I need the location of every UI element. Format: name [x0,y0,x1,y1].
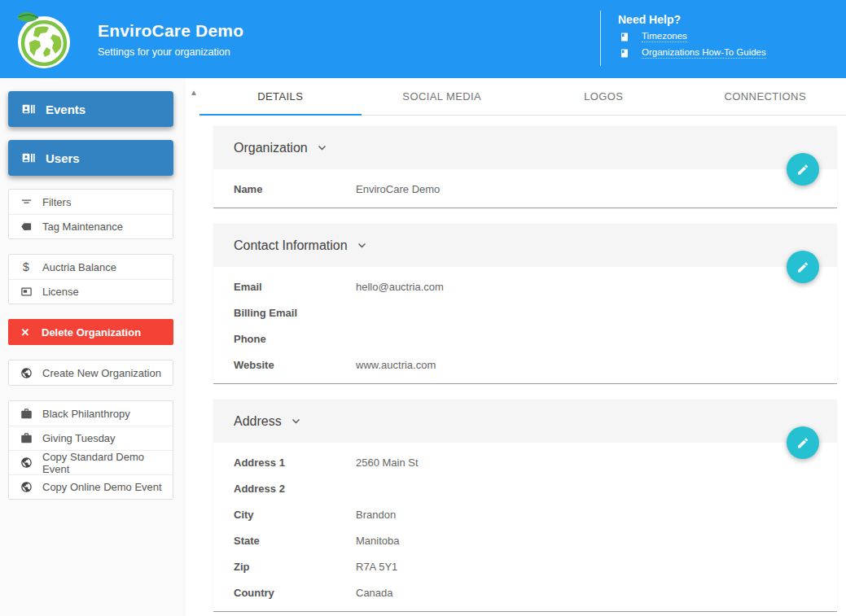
globe-icon [20,457,33,469]
briefcase-icon [20,432,33,444]
field-row: Websitewww.auctria.com [213,352,837,378]
main-content: ▲ DETAILSSOCIAL MEDIALOGOSCONNECTIONS Or… [186,78,846,616]
sidebar-item-tag-maintenance[interactable]: Tag Maintenance [9,214,173,238]
pencil-icon [796,163,809,177]
pencil-icon [796,436,809,450]
field-label: Address 1 [234,457,356,469]
help-link-timezones[interactable]: Timezones [618,31,766,42]
field-label: Name [234,183,356,195]
field-value: R7A 5Y1 [356,561,397,573]
sidebar-item-label: Auctria Balance [42,261,116,273]
field-label: Country [234,587,356,599]
app-header: EnviroCare Demo Settings for your organi… [0,0,846,78]
field-value: Manitoba [356,535,399,547]
section-body: NameEnviroCare Demo [213,169,837,208]
section-title: Organization [234,141,308,155]
field-label: State [234,535,356,547]
section-organization: OrganizationNameEnviroCare Demo [213,126,837,208]
page-title: EnviroCare Demo [98,21,243,41]
book-icon [618,48,631,59]
sidebar-button-events[interactable]: Events [8,91,173,127]
sidebar-item-label: Black Philanthropy [42,408,130,420]
sidebar-item-auctria-balance[interactable]: $Auctria Balance [9,255,173,279]
field-row: Billing Email [213,299,837,325]
field-row: Address 12560 Main St [213,449,837,475]
sidebar-item-giving-tuesday[interactable]: Giving Tuesday [9,426,173,450]
section-body: Emailhello@auctria.comBilling EmailPhone… [213,267,837,383]
sidebar-item-label: Tag Maintenance [42,221,123,233]
field-row: NameEnviroCare Demo [213,176,837,202]
sidebar-item-label: Copy Standard Demo Event [42,451,173,475]
edit-contact-information-button[interactable] [787,251,819,283]
button-label: Events [46,103,85,116]
sections-container: OrganizationNameEnviroCare DemoContact I… [213,126,837,612]
sidebar-item-label: Create New Organization [42,367,161,379]
field-row: CountryCanada [213,579,837,605]
field-value: Brandon [356,509,396,521]
help-panel: Need Help? TimezonesOrganizations How-To… [600,11,766,66]
sidebar-item-copy-standard-demo-event[interactable]: Copy Standard Demo Event [9,450,173,474]
filter-icon [20,196,33,208]
field-row: Phone [213,325,837,352]
chevron-down-icon [290,418,303,424]
contacts-card-icon [22,102,35,116]
sidebar-item-filters[interactable]: Filters [9,190,173,214]
sidebar: EventsUsers FiltersTag Maintenance $Auct… [0,78,186,616]
field-value: www.auctria.com [356,359,436,371]
field-label: Zip [234,561,356,573]
sidebar-item-copy-online-demo-event[interactable]: Copy Online Demo Event [9,474,173,499]
section-address: AddressAddress 12560 Main StAddress 2Cit… [213,400,837,612]
help-link-organizations-how-to-guides[interactable]: Organizations How-To Guides [618,47,766,59]
field-label: Phone [234,333,356,345]
sidebar-item-label: License [42,286,79,298]
section-header-organization[interactable]: Organization [213,126,837,169]
section-header-contact-information[interactable]: Contact Information [213,224,837,267]
section-body: Address 12560 Main StAddress 2CityBrando… [213,443,837,611]
button-label: Users [46,151,80,165]
field-label: City [234,509,356,521]
field-label: Billing Email [234,307,356,319]
help-title: Need Help? [618,13,766,26]
field-row: ZipR7A 5Y1 [213,553,837,579]
edit-organization-button[interactable] [787,153,819,186]
briefcase-icon [20,408,33,420]
field-row: StateManitoba [213,527,837,553]
close-icon: ✕ [19,327,32,338]
sidebar-item-license[interactable]: License [9,279,173,304]
book-icon [618,32,631,42]
help-link-label: Timezones [642,31,687,42]
field-value: hello@auctria.com [356,281,444,293]
sidebar-button-users[interactable]: Users [8,140,173,176]
sidebar-item-black-philanthropy[interactable]: Black Philanthropy [9,401,173,426]
tab-details[interactable]: DETAILS [199,78,362,115]
org-logo globe-leaf-logo-icon [11,7,76,72]
chevron-down-icon [356,242,369,248]
header-titles: EnviroCare Demo Settings for your organi… [98,21,243,58]
section-contact-information: Contact InformationEmailhello@auctria.co… [213,224,837,384]
edit-address-button[interactable] [787,426,819,459]
field-label: Address 2 [234,483,356,495]
field-label: Website [234,359,356,371]
delete-organization-button[interactable]: ✕ Delete Organization [8,319,173,345]
field-value: EnviroCare Demo [356,183,440,195]
tab-social-media[interactable]: SOCIAL MEDIA [362,78,524,115]
field-row: CityBrandon [213,501,837,527]
field-row: Address 2 [213,475,837,501]
scroll-top-arrow[interactable]: ▲ [190,89,198,97]
sidebar-card: FiltersTag Maintenance [8,189,173,239]
sidebar-card: Black PhilanthropyGiving TuesdayCopy Sta… [8,400,173,500]
help-link-label: Organizations How-To Guides [642,47,766,59]
field-value: 2560 Main St [356,457,419,469]
tab-logos[interactable]: LOGOS [523,78,685,115]
sidebar-card: Create New Organization [8,360,173,386]
tab-connections[interactable]: CONNECTIONS [685,78,846,115]
section-header-address[interactable]: Address [213,400,837,443]
delete-organization-label: Delete Organization [42,326,141,339]
sidebar-item-label: Filters [42,196,71,208]
tab-bar: DETAILSSOCIAL MEDIALOGOSCONNECTIONS [199,78,846,116]
section-title: Contact Information [234,238,348,253]
field-value: Canada [356,587,393,599]
section-title: Address [234,414,282,429]
contacts-card-icon [22,151,35,165]
sidebar-item-create-new-organization[interactable]: Create New Organization [9,360,173,385]
